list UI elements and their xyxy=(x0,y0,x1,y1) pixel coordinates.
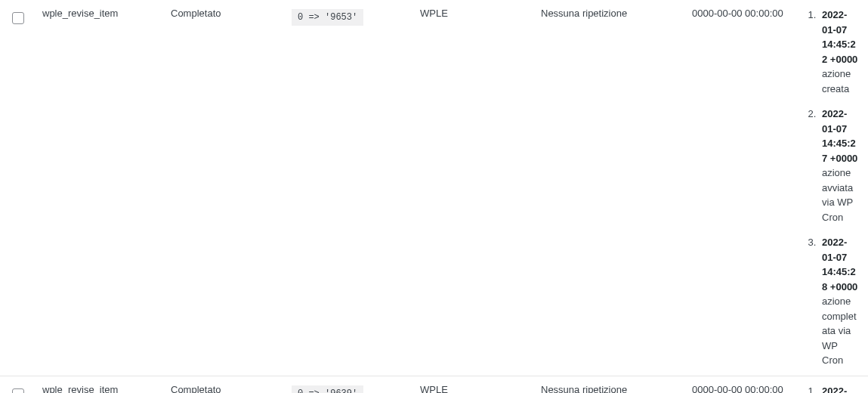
args-code: 0 => '9639' xyxy=(292,385,363,394)
log-timestamp: 2022-01-07 14:45:28 +0000 xyxy=(822,237,857,292)
log-entry: 2022-01-07 14:45:22 +0000 azione creata xyxy=(819,384,859,394)
log-list: 2022-01-07 14:45:22 +0000 azione creata … xyxy=(805,8,859,368)
hook-cell: wple_revise_item xyxy=(42,376,171,393)
table-row: wple_revise_item Completato 0 => '9653' … xyxy=(0,0,868,376)
row-select-checkbox[interactable] xyxy=(12,388,24,394)
log-cell: 2022-01-07 14:45:22 +0000 azione creata … xyxy=(805,376,868,393)
group-cell: WPLE xyxy=(420,376,541,393)
recurrence-cell: Nessuna ripetizione xyxy=(541,0,692,376)
log-entry: 2022-01-07 14:45:22 +0000 azione creata xyxy=(819,8,859,96)
log-message: azione creata xyxy=(822,67,859,96)
row-select-checkbox[interactable] xyxy=(12,12,24,24)
status-cell: Completato xyxy=(171,0,292,376)
scheduled-actions-table: wple_revise_item Completato 0 => '9653' … xyxy=(0,0,868,393)
log-entry: 2022-01-07 14:45:28 +0000 azione complet… xyxy=(819,235,859,368)
args-cell: 0 => '9639' xyxy=(292,376,420,393)
log-entry: 2022-01-07 14:45:27 +0000 azione avviata… xyxy=(819,107,859,224)
args-cell: 0 => '9653' xyxy=(292,0,420,376)
hook-cell: wple_revise_item xyxy=(42,0,171,376)
log-timestamp: 2022-01-07 14:45:22 +0000 xyxy=(822,9,857,65)
log-list: 2022-01-07 14:45:22 +0000 azione creata … xyxy=(805,384,859,394)
log-message: azione avviata via WP Cron xyxy=(822,166,859,224)
log-cell: 2022-01-07 14:45:22 +0000 azione creata … xyxy=(805,0,868,376)
scheduled-cell: 0000-00-00 00:00:00 xyxy=(692,376,805,393)
args-code: 0 => '9653' xyxy=(292,9,363,26)
log-timestamp: 2022-01-07 14:45:27 +0000 xyxy=(822,108,857,164)
status-cell: Completato xyxy=(171,376,292,393)
recurrence-cell: Nessuna ripetizione xyxy=(541,376,692,393)
table-row: wple_revise_item Completato 0 => '9639' … xyxy=(0,376,868,393)
log-timestamp: 2022-01-07 14:45:22 +0000 xyxy=(822,385,857,394)
scheduled-cell: 0000-00-00 00:00:00 xyxy=(692,0,805,376)
group-cell: WPLE xyxy=(420,0,541,376)
log-message: azione completata via WP Cron xyxy=(822,294,859,368)
